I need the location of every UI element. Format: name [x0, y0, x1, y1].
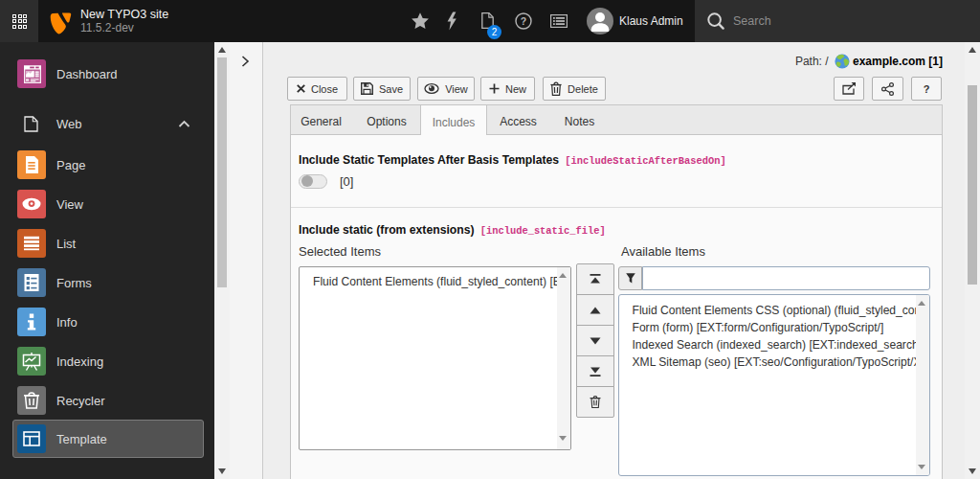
svg-text:?: ? [521, 15, 526, 27]
